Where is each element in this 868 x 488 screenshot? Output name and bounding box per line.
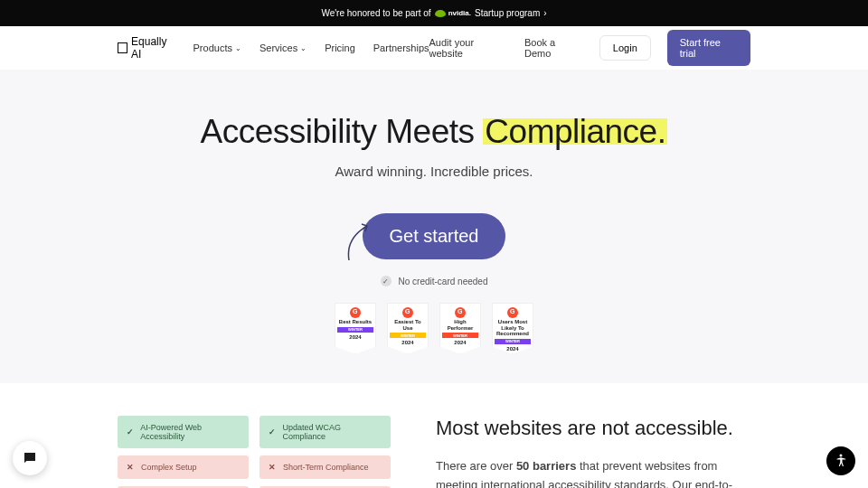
chat-icon [22,450,38,466]
login-button[interactable]: Login [599,35,651,61]
nav-products[interactable]: Products ⌄ [193,42,241,53]
get-started-button[interactable]: Get started [363,213,506,259]
nav-demo[interactable]: Book a Demo [524,37,583,59]
feature-item: ✕Complex Setup [118,455,249,479]
badge-title: Users Most Likely To Recommend [495,319,531,337]
badge-title: Easiest To Use [390,319,426,331]
check-icon: ✓ [127,427,135,436]
nav-partnerships[interactable]: Partnerships [373,42,429,53]
badge-year: 2024 [401,340,413,345]
g2-logo-icon [455,307,466,318]
badge-year: 2024 [349,334,361,340]
chat-widget-button[interactable] [13,441,47,475]
g2-logo-icon [350,307,361,318]
announcement-suffix: Startup program [475,8,540,18]
badge-title: High Performer [442,319,478,331]
badge-ribbon: WINTER [495,339,531,344]
feature-item: ✕Short-Term Compliance [259,455,391,479]
g2-logo-icon [507,307,518,318]
badge-ribbon: WINTER [442,333,478,338]
start-trial-button[interactable]: Start free trial [667,30,750,66]
section-body: There are over 50 barriers that prevent … [436,457,750,488]
no-card-note: ✓ No credit-card needed [381,276,488,286]
feature-grid: ✓AI-Powered Web Accessibility✕Complex Se… [118,416,391,488]
logo[interactable]: Equally AI [118,35,175,61]
svg-point-0 [840,455,843,457]
logo-text: Equally AI [131,35,175,61]
accessibility-button[interactable] [826,446,855,475]
badge-year: 2024 [506,346,518,352]
accessibility-icon [833,453,849,469]
award-badge: Best Results WINTER 2024 [335,303,376,354]
nav-audit[interactable]: Audit your website [429,37,508,59]
curved-arrow-icon [342,221,378,264]
badge-year: 2024 [454,340,466,345]
chevron-right-icon: › [543,8,546,18]
check-icon: ✓ [269,427,278,436]
award-badges: Best Results WINTER 2024 Easiest To Use … [0,303,868,354]
feature-item: ✓AI-Powered Web Accessibility [118,416,249,448]
feature-item: ✓Updated WCAG Compliance [259,416,391,448]
nvidia-logo: nvidia. [435,9,471,17]
hero-subtitle: Award winning. Incredible prices. [0,164,868,179]
x-icon: ✕ [127,463,136,472]
check-icon: ✓ [381,276,392,286]
x-icon: ✕ [269,463,278,472]
award-badge: Users Most Likely To Recommend WINTER 20… [492,303,533,354]
hero-title: Accessibility Meets Compliance. [0,113,868,151]
chevron-down-icon: ⌄ [300,44,307,52]
badge-ribbon: WINTER [337,327,373,333]
announcement-prefix: We're honored to be part of [321,8,430,18]
main-nav: Equally AI Products ⌄ Services ⌄ Pricing… [0,26,868,70]
award-badge: Easiest To Use WINTER 2024 [387,303,429,354]
badge-ribbon: WINTER [390,333,426,338]
nav-pricing[interactable]: Pricing [325,42,355,53]
logo-icon [118,42,127,53]
lower-section: ✓AI-Powered Web Accessibility✕Complex Se… [0,383,868,488]
award-badge: High Performer WINTER 2024 [439,303,481,354]
section-heading: Most websites are not accessible. [436,416,750,442]
chevron-down-icon: ⌄ [235,44,241,52]
nav-services[interactable]: Services ⌄ [259,42,307,53]
g2-logo-icon [402,307,413,318]
hero-section: Accessibility Meets Compliance. Award wi… [0,70,868,383]
announcement-bar[interactable]: We're honored to be part of nvidia. Star… [0,0,868,26]
badge-title: Best Results [339,319,372,325]
